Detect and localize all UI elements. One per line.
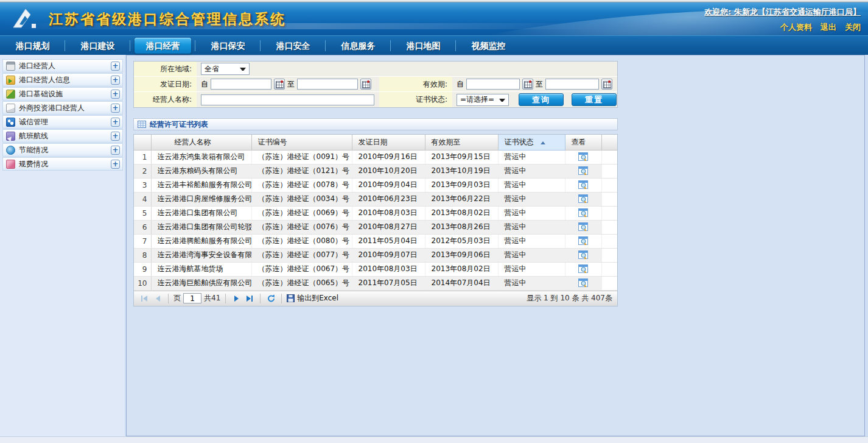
view-record-icon[interactable] bbox=[578, 193, 588, 204]
issue-date-header[interactable]: 发证日期 bbox=[352, 135, 425, 150]
sidebar-item[interactable]: 港口基础设施 bbox=[2, 87, 123, 101]
operator-name-cell: 连云港海巨船舶供应有限公司 bbox=[151, 276, 251, 290]
valid-until-header[interactable]: 有效期至 bbox=[425, 135, 498, 150]
valid-until-cell: 2013年08月02日 bbox=[425, 206, 498, 220]
expand-plus-icon[interactable] bbox=[111, 76, 120, 85]
operator-name-header[interactable]: 经营人名称 bbox=[151, 135, 251, 150]
nav-tab[interactable]: 港口规划 bbox=[0, 36, 65, 55]
welcome-user-text: 欢迎您: 朱新龙【江苏省交通运输厅港口局】 bbox=[704, 7, 861, 18]
filler-cell bbox=[601, 192, 617, 206]
main-nav: 港口规划 港口建设 港口经营 港口保安 港口安全 信息服务 港口地图 视频监控 bbox=[0, 35, 868, 55]
next-page-icon[interactable] bbox=[231, 293, 242, 304]
row-number-cell: 10 bbox=[134, 276, 151, 290]
nav-tab[interactable]: 港口经营 bbox=[130, 36, 195, 55]
profile-link[interactable]: 个人资料 bbox=[780, 22, 812, 33]
view-cell bbox=[565, 150, 601, 164]
expand-plus-icon[interactable] bbox=[111, 118, 120, 127]
expand-plus-icon[interactable] bbox=[111, 160, 120, 169]
view-record-icon[interactable] bbox=[578, 277, 588, 288]
filler-cell bbox=[601, 262, 617, 276]
cert-status-cell: 营运中 bbox=[498, 206, 565, 220]
issue-date-cell: 2010年08月03日 bbox=[352, 206, 425, 220]
row-number-header bbox=[134, 135, 151, 150]
cert-status-cell: 营运中 bbox=[498, 248, 565, 262]
sidebar-item[interactable]: 节能情况 bbox=[2, 143, 123, 157]
close-link[interactable]: 关闭 bbox=[845, 22, 861, 33]
refresh-icon[interactable] bbox=[265, 293, 276, 304]
facility-icon bbox=[6, 90, 15, 99]
issue-date-cell: 2010年06月23日 bbox=[352, 192, 425, 206]
reset-button[interactable]: 重置 bbox=[572, 93, 617, 106]
expand-plus-icon[interactable] bbox=[111, 104, 120, 113]
operator-name-input[interactable] bbox=[201, 94, 374, 105]
valid-until-cell: 2012年05月03日 bbox=[425, 234, 498, 248]
sidebar-item[interactable]: 外商投资港口经营人 bbox=[2, 101, 123, 115]
view-cell bbox=[565, 276, 601, 290]
nav-tab[interactable]: 港口建设 bbox=[65, 36, 130, 55]
document-icon bbox=[6, 104, 15, 113]
divider bbox=[225, 294, 226, 303]
from-label: 自 bbox=[201, 79, 208, 90]
valid-until-cell: 2013年08月02日 bbox=[425, 262, 498, 276]
issue-date-cell: 2011年07月05日 bbox=[352, 276, 425, 290]
sidebar: 港口经营人 港口经营人信息 港口基础设施 外商投资港口经营人 诚信管理 航班航线… bbox=[0, 55, 125, 436]
nav-tab[interactable]: 信息服务 bbox=[326, 36, 391, 55]
valid-until-cell: 2014年07月04日 bbox=[425, 276, 498, 290]
nav-tab[interactable]: 港口保安 bbox=[195, 36, 261, 55]
export-excel-button[interactable]: 输出到Excel bbox=[287, 293, 338, 303]
expand-plus-icon[interactable] bbox=[111, 62, 120, 71]
view-record-icon[interactable] bbox=[578, 221, 588, 232]
sidebar-item[interactable]: 诚信管理 bbox=[2, 115, 123, 129]
view-cell bbox=[565, 192, 601, 206]
sidebar-item[interactable]: 规费情况 bbox=[2, 157, 123, 171]
cert-status-select[interactable]: =请选择= bbox=[457, 94, 509, 106]
issue-date-label: 发证日期: bbox=[134, 77, 197, 91]
view-record-icon[interactable] bbox=[578, 207, 588, 218]
first-page-icon[interactable] bbox=[139, 293, 150, 304]
view-record-icon[interactable] bbox=[578, 249, 588, 260]
calendar-icon[interactable] bbox=[522, 79, 533, 90]
filler-cell bbox=[601, 248, 617, 262]
row-number-cell: 4 bbox=[134, 192, 151, 206]
sidebar-item[interactable]: 港口经营人信息 bbox=[2, 73, 123, 87]
nav-tab[interactable]: 港口安全 bbox=[261, 36, 326, 55]
valid-date-from-input[interactable] bbox=[466, 79, 520, 90]
query-button[interactable]: 查询 bbox=[519, 93, 564, 106]
calendar-icon[interactable] bbox=[601, 79, 612, 90]
filler-cell bbox=[601, 206, 617, 220]
issue-date-from-input[interactable] bbox=[211, 79, 271, 90]
footer-strip bbox=[0, 436, 868, 443]
expand-plus-icon[interactable] bbox=[111, 90, 120, 99]
nav-tab[interactable]: 视频监控 bbox=[456, 36, 521, 55]
pagination-bar: 页 共41 bbox=[134, 291, 617, 306]
calendar-icon[interactable] bbox=[274, 79, 285, 90]
calendar-icon[interactable] bbox=[360, 79, 371, 90]
sidebar-item[interactable]: 港口经营人 bbox=[2, 59, 123, 73]
expand-plus-icon[interactable] bbox=[111, 132, 120, 141]
view-record-icon[interactable] bbox=[578, 263, 588, 274]
cert-no-header[interactable]: 证书编号 bbox=[251, 135, 352, 150]
last-page-icon[interactable] bbox=[244, 293, 255, 304]
logout-link[interactable]: 退出 bbox=[821, 22, 836, 33]
valid-date-to-input[interactable] bbox=[545, 79, 599, 90]
view-record-icon[interactable] bbox=[578, 179, 588, 190]
region-select[interactable]: 全省 bbox=[201, 63, 250, 75]
cert-status-header[interactable]: 证书状态 bbox=[498, 135, 565, 150]
view-record-icon[interactable] bbox=[578, 151, 588, 161]
nav-tab[interactable]: 港口地图 bbox=[391, 36, 456, 55]
expand-plus-icon[interactable] bbox=[111, 146, 120, 155]
table-row: 10 连云港海巨船舶供应有限公司 （苏连）港经证（0065）号 2011年07月… bbox=[134, 276, 617, 290]
prev-page-icon[interactable] bbox=[152, 293, 163, 304]
issue-date-to-input[interactable] bbox=[297, 79, 358, 90]
operator-name-cell: 连云港港腾船舶服务有限公司 bbox=[151, 234, 251, 248]
filler-cell bbox=[601, 150, 617, 164]
view-record-icon[interactable] bbox=[578, 235, 588, 246]
view-cell bbox=[565, 262, 601, 276]
table-row: 8 连云港港湾海事安全设备有限... （苏连）港经证（0077）号 2010年0… bbox=[134, 248, 617, 262]
view-cell bbox=[565, 206, 601, 220]
region-label: 所在地域: bbox=[134, 62, 197, 76]
page-number-input[interactable] bbox=[183, 293, 201, 303]
table-row: 4 连云港港口房屋维修服务公司 （苏连）港经证（0034）号 2010年06月2… bbox=[134, 192, 617, 206]
view-record-icon[interactable] bbox=[578, 165, 588, 175]
sidebar-item[interactable]: 航班航线 bbox=[2, 129, 123, 143]
